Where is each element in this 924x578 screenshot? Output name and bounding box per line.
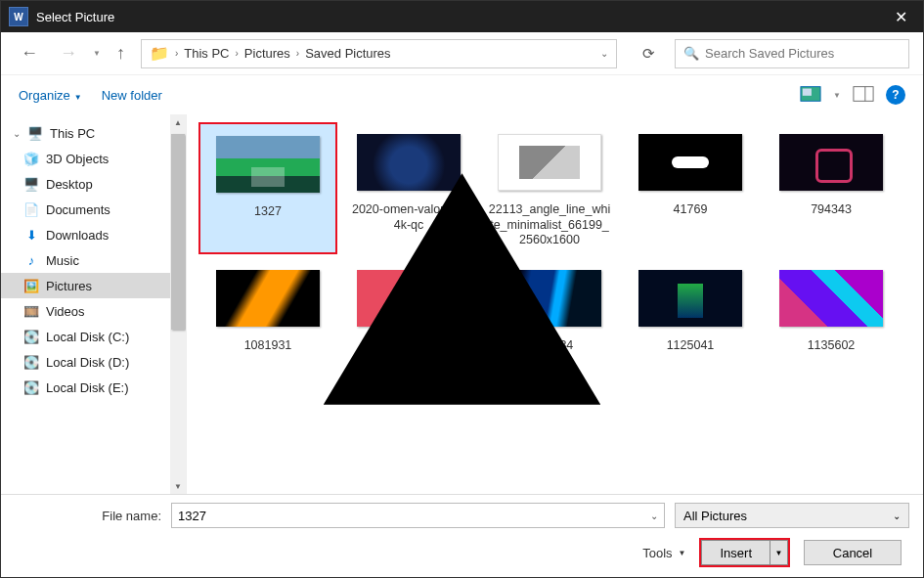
insert-split-button[interactable]: ▼: [770, 540, 788, 565]
breadcrumb[interactable]: 📁 › This PC › Pictures › Saved Pictures …: [141, 39, 617, 68]
file-label: 41769: [674, 202, 708, 218]
desktop-icon: 🖥️: [22, 177, 40, 192]
thumbnail: [637, 128, 744, 197]
thumbnail: [496, 128, 603, 197]
tree-desktop[interactable]: 🖥️Desktop: [1, 171, 186, 197]
tree-videos[interactable]: 🎞️Videos: [1, 298, 186, 324]
file-label: 1135602: [808, 338, 856, 354]
tree-label: Documents: [46, 202, 110, 217]
file-label: 1327: [254, 204, 282, 220]
scroll-thumb[interactable]: [171, 134, 185, 330]
thumbnail: [214, 130, 322, 199]
breadcrumb-seg-1[interactable]: Pictures: [244, 46, 290, 61]
tree-this-pc[interactable]: ⌄ 🖥️ This PC: [1, 120, 186, 146]
body: ⌄ 🖥️ This PC 🧊3D Objects 🖥️Desktop 📄Docu…: [1, 114, 923, 494]
file-item[interactable]: 41769: [621, 122, 760, 254]
file-item[interactable]: 1327: [198, 122, 337, 254]
file-item[interactable]: 22113_angle_line_white_minimalist_66199_…: [480, 122, 619, 254]
footer: File name: ⌄ All Pictures ⌄ Tools▼ Inser…: [1, 494, 923, 571]
thumbnail: [777, 128, 885, 197]
filename-label: File name:: [15, 509, 161, 523]
disk-icon: 💽: [22, 330, 40, 344]
tools-menu[interactable]: Tools▼: [642, 546, 685, 560]
tree-label: Desktop: [46, 177, 93, 192]
view-dropdown[interactable]: ▼: [833, 91, 841, 100]
documents-icon: 📄: [22, 202, 40, 217]
tree-label: This PC: [50, 126, 95, 141]
cube-icon: 🧊: [22, 152, 40, 166]
organize-button[interactable]: Organize▼: [19, 88, 82, 103]
file-label: 794343: [811, 202, 852, 218]
filter-label: All Pictures: [683, 509, 747, 523]
search-input[interactable]: [705, 46, 901, 61]
file-label: 1125041: [667, 338, 715, 354]
svg-rect-1: [803, 88, 812, 95]
address-dropdown[interactable]: ⌄: [600, 48, 608, 59]
tree-label: Local Disk (E:): [46, 380, 129, 395]
music-icon: ♪: [22, 253, 40, 268]
tree-label: 3D Objects: [46, 152, 109, 166]
scroll-up-icon[interactable]: ▲: [170, 114, 186, 130]
search-icon: 🔍: [683, 46, 699, 61]
filetype-filter[interactable]: All Pictures ⌄: [675, 503, 909, 528]
tree-downloads[interactable]: ⬇Downloads: [1, 222, 186, 247]
search-box[interactable]: 🔍: [675, 39, 909, 68]
file-item[interactable]: 1135602: [762, 258, 901, 360]
tree-label: Music: [46, 253, 79, 268]
tree-3dobjects[interactable]: 🧊3D Objects: [1, 146, 186, 171]
disk-icon: 💽: [22, 355, 40, 370]
tree-scrollbar[interactable]: ▲ ▼: [170, 114, 186, 494]
tree-disk-c[interactable]: 💽Local Disk (C:): [1, 324, 186, 349]
file-pane[interactable]: 13272020-omen-valorant-4k-qc22113_angle_…: [187, 114, 923, 494]
tree-documents[interactable]: 📄Documents: [1, 197, 186, 222]
tree-label: Local Disk (D:): [46, 355, 129, 370]
filename-input[interactable]: [178, 509, 650, 523]
tree-music[interactable]: ♪Music: [1, 247, 186, 273]
forward-button[interactable]: →: [54, 39, 83, 67]
tree-label: Local Disk (C:): [46, 330, 129, 344]
tree-label: Pictures: [46, 279, 92, 293]
thumbnail: [355, 128, 462, 197]
preview-pane-button[interactable]: [853, 85, 874, 106]
newfolder-button[interactable]: New folder: [102, 88, 162, 103]
help-button[interactable]: ?: [886, 85, 905, 105]
chevron-down-icon[interactable]: ⌄: [650, 511, 658, 521]
window-title: Select Picture: [36, 10, 114, 24]
chevron-down-icon: ⌄: [893, 511, 901, 521]
file-item[interactable]: 794343: [762, 122, 901, 254]
back-button[interactable]: ←: [15, 39, 44, 67]
view-thumbnails-button[interactable]: [800, 85, 821, 106]
chevron-right-icon: ›: [296, 48, 299, 59]
chevron-down-icon: ⌄: [13, 128, 21, 139]
nav-tree[interactable]: ⌄ 🖥️ This PC 🧊3D Objects 🖥️Desktop 📄Docu…: [1, 114, 187, 494]
cancel-button[interactable]: Cancel: [804, 540, 902, 565]
insert-button[interactable]: Insert: [701, 540, 770, 565]
recent-dropdown[interactable]: ▼: [93, 49, 101, 58]
close-button[interactable]: ✕: [878, 1, 923, 32]
tree-disk-d[interactable]: 💽Local Disk (D:): [1, 349, 186, 375]
chevron-right-icon: ›: [175, 48, 178, 59]
word-icon: W: [9, 7, 28, 26]
videos-icon: 🎞️: [22, 304, 40, 319]
thumbnail: [214, 264, 322, 333]
chevron-right-icon: ›: [236, 48, 239, 59]
filename-combo[interactable]: ⌄: [171, 503, 665, 528]
tree-pictures[interactable]: 🖼️Pictures: [1, 273, 186, 298]
pictures-icon: 🖼️: [22, 279, 40, 293]
file-label: 22113_angle_line_white_minimalist_66199_…: [489, 202, 611, 248]
breadcrumb-seg-2[interactable]: Saved Pictures: [305, 46, 390, 61]
tree-disk-e[interactable]: 💽Local Disk (E:): [1, 375, 186, 400]
tree-label: Downloads: [46, 228, 109, 243]
up-button[interactable]: ↑: [110, 39, 131, 67]
file-item[interactable]: 1081931: [198, 258, 337, 360]
toolbar: Organize▼ New folder ▼ ?: [1, 75, 923, 114]
tree-label: Videos: [46, 304, 85, 319]
pc-icon: 🖥️: [26, 126, 44, 141]
navbar: ← → ▼ ↑ 📁 › This PC › Pictures › Saved P…: [1, 32, 923, 75]
breadcrumb-seg-0[interactable]: This PC: [184, 46, 229, 61]
titlebar: W Select Picture ✕: [1, 1, 923, 32]
thumbnail: [777, 264, 885, 333]
file-item[interactable]: 1125041: [621, 258, 760, 360]
refresh-button[interactable]: ⟳: [633, 41, 665, 67]
scroll-down-icon[interactable]: ▼: [170, 478, 186, 494]
